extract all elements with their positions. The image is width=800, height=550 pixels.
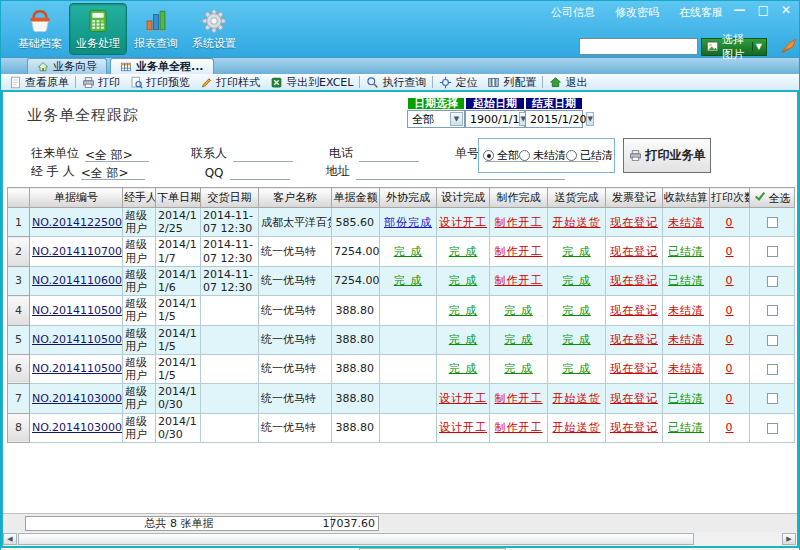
print-count-link[interactable]: 0	[726, 245, 734, 258]
print-count-link[interactable]: 0	[726, 274, 734, 287]
row-checkbox[interactable]	[767, 423, 778, 434]
toolbar-button-5[interactable]: 导出到EXCEL	[265, 75, 358, 90]
deliver-status-link[interactable]: 开始送货	[553, 216, 601, 229]
column-header-10[interactable]: 送货完成	[548, 188, 606, 208]
produce-status-link[interactable]: 制作开工	[495, 216, 543, 229]
toolbar-button-9[interactable]: 退出	[544, 75, 592, 90]
row-checkbox[interactable]	[767, 246, 778, 257]
payment-status-link[interactable]: 未结清	[668, 304, 704, 317]
print-count-link[interactable]: 0	[726, 216, 734, 229]
design-status-link[interactable]: 完 成	[449, 245, 478, 258]
date-filter-select-2[interactable]: 1900/1/1▼	[465, 110, 525, 128]
produce-status-link[interactable]: 制作开工	[495, 245, 543, 258]
produce-status-link[interactable]: 完 成	[504, 333, 533, 346]
handler-field[interactable]: <全 部>	[81, 165, 145, 180]
minimize-button[interactable]: —	[734, 3, 746, 17]
column-header-6[interactable]: 单据金额	[332, 188, 380, 208]
column-header-5[interactable]: 客户名称	[259, 188, 332, 208]
deliver-status-link[interactable]: 完 成	[562, 304, 591, 317]
date-filter-select-3[interactable]: 2015/1/20▼	[525, 110, 583, 128]
payment-status-link[interactable]: 已结清	[668, 392, 704, 405]
order-code-link[interactable]: NO.201411050002	[32, 333, 123, 346]
produce-status-link[interactable]: 完 成	[504, 362, 533, 375]
chevron-down-icon[interactable]: ▼	[586, 112, 593, 126]
produce-status-link[interactable]: 制作开工	[495, 274, 543, 287]
column-header-9[interactable]: 制作完成	[490, 188, 548, 208]
row-checkbox[interactable]	[767, 276, 778, 287]
module-button-3[interactable]: 报表查询	[127, 3, 185, 55]
close-button[interactable]: ✕	[781, 3, 791, 17]
horizontal-scrollbar[interactable]: ◀ ▶	[1, 532, 799, 546]
toolbar-button-6[interactable]: 执行查询	[361, 75, 431, 90]
outsource-status-link[interactable]: 部份完成	[384, 216, 432, 229]
invoice-status-link[interactable]: 现在登记	[610, 392, 658, 405]
toolbar-button-8[interactable]: 列配置	[482, 75, 541, 90]
column-header-8[interactable]: 设计完成	[437, 188, 490, 208]
image-search-input[interactable]	[579, 38, 698, 55]
tab-2[interactable]: 业务单全程...	[110, 58, 214, 74]
column-header-7[interactable]: 外协完成	[380, 188, 437, 208]
order-code-link[interactable]: NO.201410300002	[32, 392, 123, 405]
deliver-status-link[interactable]: 完 成	[562, 274, 591, 287]
column-header-13[interactable]: 打印次数	[710, 188, 750, 208]
column-header-12[interactable]: 收款结算	[663, 188, 710, 208]
order-code-link[interactable]: NO.201410300001	[32, 421, 123, 434]
column-header-11[interactable]: 发票登记	[606, 188, 663, 208]
print-count-link[interactable]: 0	[726, 333, 734, 346]
produce-status-link[interactable]: 制作开工	[495, 421, 543, 434]
invoice-status-link[interactable]: 现在登记	[610, 304, 658, 317]
module-button-4[interactable]: 系统设置	[185, 3, 243, 55]
scrollbar-thumb[interactable]	[18, 533, 694, 545]
order-code-link[interactable]: NO.201411060001	[32, 274, 123, 287]
design-status-link[interactable]: 完 成	[449, 333, 478, 346]
print-count-link[interactable]: 0	[726, 304, 734, 317]
payment-status-link[interactable]: 未结清	[668, 216, 704, 229]
invoice-status-link[interactable]: 现在登记	[610, 421, 658, 434]
settle-option-3[interactable]: 已结清	[566, 148, 613, 163]
design-status-link[interactable]: 完 成	[449, 362, 478, 375]
toolbar-button-2[interactable]: 打印	[77, 75, 125, 90]
invoice-status-link[interactable]: 现在登记	[610, 333, 658, 346]
deliver-status-link[interactable]: 完 成	[562, 333, 591, 346]
radio-button[interactable]	[519, 150, 530, 161]
chevron-down-icon[interactable]: ▼	[752, 42, 762, 51]
deliver-status-link[interactable]: 完 成	[562, 245, 591, 258]
header-link-3[interactable]: 在线客服	[679, 5, 723, 20]
invoice-status-link[interactable]: 现在登记	[610, 362, 658, 375]
row-checkbox[interactable]	[767, 364, 778, 375]
unit-field[interactable]: <全 部>	[85, 147, 149, 162]
qq-field[interactable]	[230, 165, 290, 180]
design-status-link[interactable]: 设计开工	[439, 216, 487, 229]
payment-status-link[interactable]: 未结清	[668, 333, 704, 346]
row-checkbox[interactable]	[767, 335, 778, 346]
payment-status-link[interactable]: 未结清	[668, 362, 704, 375]
invoice-status-link[interactable]: 现在登记	[610, 245, 658, 258]
order-code-link[interactable]: NO.201411070001	[32, 245, 123, 258]
produce-status-link[interactable]: 完 成	[504, 304, 533, 317]
scroll-left-arrow-icon[interactable]: ◀	[3, 533, 17, 545]
choose-image-button[interactable]: 选择图片 ▼	[701, 38, 767, 56]
order-code-link[interactable]: NO.201411050003	[32, 304, 123, 317]
radio-button[interactable]	[566, 150, 577, 161]
header-link-1[interactable]: 公司信息	[551, 5, 595, 20]
column-header-3[interactable]: 下单日期	[156, 188, 201, 208]
toolbar-button-7[interactable]: 定位	[434, 75, 482, 90]
print-count-link[interactable]: 0	[726, 362, 734, 375]
design-status-link[interactable]: 设计开工	[439, 421, 487, 434]
deliver-status-link[interactable]: 完 成	[562, 362, 591, 375]
settle-option-1[interactable]: 全部	[483, 148, 519, 163]
payment-status-link[interactable]: 已结清	[668, 421, 704, 434]
order-code-link[interactable]: NO.201412250002	[32, 216, 123, 229]
payment-status-link[interactable]: 已结清	[668, 274, 704, 287]
column-header-14[interactable]: 全选	[750, 188, 795, 208]
print-order-button[interactable]: 打印业务单	[623, 138, 711, 173]
deliver-status-link[interactable]: 开始送货	[553, 421, 601, 434]
outsource-status-link[interactable]: 完 成	[394, 274, 423, 287]
column-header-2[interactable]: 经手人	[123, 188, 156, 208]
header-link-2[interactable]: 修改密码	[615, 5, 659, 20]
row-checkbox[interactable]	[767, 305, 778, 316]
tab-1[interactable]: 业务向导	[27, 58, 107, 74]
contact-field[interactable]	[233, 147, 293, 162]
toolbar-button-1[interactable]: 查看原单	[4, 75, 74, 90]
payment-status-link[interactable]: 已结清	[668, 245, 704, 258]
